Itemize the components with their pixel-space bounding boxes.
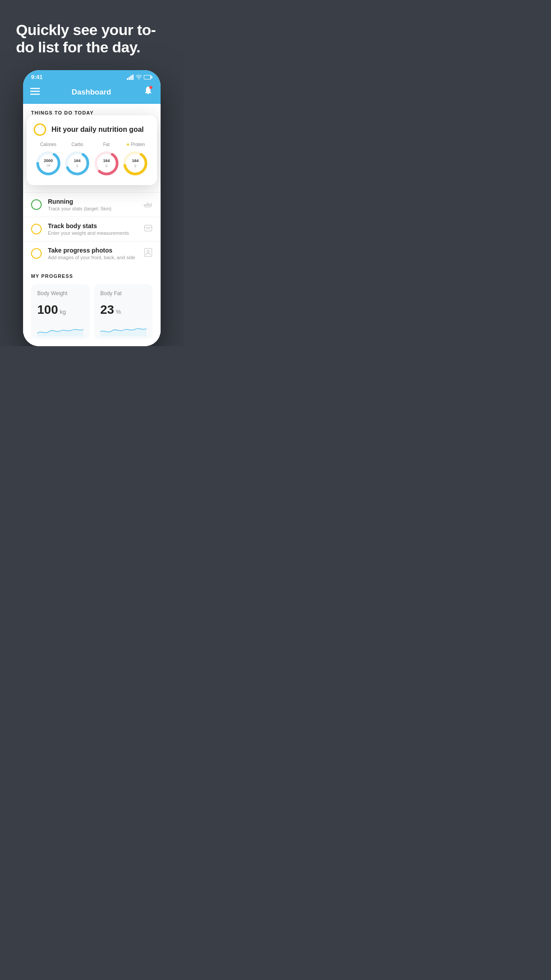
photos-check-circle[interactable] bbox=[31, 248, 42, 259]
scale-icon bbox=[144, 224, 153, 235]
person-svg bbox=[144, 248, 153, 257]
todo-item-running[interactable]: Running Track your stats (target: 5km) bbox=[23, 192, 161, 217]
svg-rect-2 bbox=[130, 75, 132, 80]
phone-mockup: 9:41 bbox=[23, 70, 161, 346]
svg-rect-6 bbox=[152, 76, 153, 78]
svg-text:g: g bbox=[106, 164, 107, 167]
carbs-circle-item: Carbs 164 g bbox=[63, 142, 91, 177]
todo-list: Running Track your stats (target: 5km) T… bbox=[23, 192, 161, 265]
shoe-icon bbox=[143, 200, 153, 208]
svg-rect-7 bbox=[144, 75, 150, 79]
person-icon bbox=[144, 248, 153, 260]
signal-icon bbox=[127, 75, 134, 80]
menu-icon[interactable] bbox=[30, 87, 40, 97]
body-stats-subtitle: Enter your weight and measurements bbox=[48, 230, 138, 236]
battery-icon bbox=[144, 75, 153, 80]
todo-item-body-stats[interactable]: Track body stats Enter your weight and m… bbox=[23, 217, 161, 241]
status-icons bbox=[127, 75, 153, 80]
body-weight-label: Body Weight bbox=[37, 290, 83, 296]
protein-star-icon: ★ bbox=[126, 142, 130, 147]
notification-icon[interactable] bbox=[143, 86, 153, 99]
running-text: Running Track your stats (target: 5km) bbox=[48, 198, 137, 211]
calories-donut: 2000 cal bbox=[35, 150, 62, 177]
svg-rect-1 bbox=[129, 77, 130, 80]
body-fat-card: Body Fat 23 % bbox=[94, 284, 153, 339]
svg-point-4 bbox=[138, 79, 139, 79]
fat-circle-item: Fat 164 g bbox=[93, 142, 120, 177]
svg-rect-8 bbox=[30, 88, 40, 89]
body-fat-wave bbox=[100, 321, 146, 337]
svg-text:cal: cal bbox=[46, 164, 50, 167]
progress-header: MY PROGRESS bbox=[31, 273, 153, 279]
nutrition-check-circle[interactable] bbox=[34, 123, 46, 136]
progress-cards: Body Weight 100 kg Body Fat 23 % bbox=[31, 284, 153, 346]
body-weight-card: Body Weight 100 kg bbox=[31, 284, 90, 339]
running-check-circle[interactable] bbox=[31, 199, 42, 210]
navbar-title: Dashboard bbox=[72, 88, 111, 97]
fat-donut: 164 g bbox=[93, 150, 120, 177]
body-stats-text: Track body stats Enter your weight and m… bbox=[48, 222, 138, 236]
photos-title: Take progress photos bbox=[48, 247, 138, 254]
nutrition-title: Hit your daily nutrition goal bbox=[51, 126, 144, 134]
hamburger-svg bbox=[30, 88, 40, 95]
body-stats-check-circle[interactable] bbox=[31, 224, 42, 234]
progress-section: MY PROGRESS Body Weight 100 kg B bbox=[23, 265, 161, 346]
navbar: Dashboard bbox=[23, 82, 161, 104]
svg-rect-3 bbox=[132, 75, 134, 80]
carbs-label: Carbs bbox=[71, 142, 83, 147]
nutrition-card-header: Hit your daily nutrition goal bbox=[34, 123, 150, 136]
protein-label: ★ Protein bbox=[126, 142, 145, 147]
body-weight-wave bbox=[37, 321, 83, 337]
svg-text:164: 164 bbox=[103, 158, 110, 163]
calories-label: Calories bbox=[40, 142, 56, 147]
running-subtitle: Track your stats (target: 5km) bbox=[48, 206, 137, 211]
svg-rect-0 bbox=[127, 78, 128, 80]
body-fat-value: 23 % bbox=[100, 303, 146, 317]
body-weight-unit: kg bbox=[60, 308, 66, 315]
protein-donut: 164 g bbox=[122, 150, 149, 177]
svg-point-11 bbox=[149, 86, 152, 89]
bell-svg bbox=[143, 86, 153, 96]
body-fat-unit: % bbox=[116, 308, 121, 315]
body-fat-label: Body Fat bbox=[100, 290, 146, 296]
svg-text:g: g bbox=[134, 164, 136, 167]
wifi-icon bbox=[136, 75, 142, 79]
hero-title: Quickly see your to-do list for the day. bbox=[16, 21, 168, 56]
svg-rect-10 bbox=[30, 94, 40, 95]
photos-text: Take progress photos Add images of your … bbox=[48, 247, 138, 260]
fat-label: Fat bbox=[103, 142, 110, 147]
running-title: Running bbox=[48, 198, 137, 205]
svg-text:164: 164 bbox=[132, 158, 139, 163]
protein-circle-item: ★ Protein 164 g bbox=[122, 142, 149, 177]
body-weight-value: 100 kg bbox=[37, 303, 83, 317]
body-stats-title: Track body stats bbox=[48, 222, 138, 229]
status-bar: 9:41 bbox=[23, 70, 161, 82]
carbs-donut: 164 g bbox=[63, 150, 91, 177]
svg-point-32 bbox=[147, 250, 150, 253]
hero-section: Quickly see your to-do list for the day. bbox=[0, 0, 184, 70]
photos-subtitle: Add images of your front, back, and side bbox=[48, 255, 138, 260]
svg-rect-9 bbox=[30, 91, 40, 92]
calories-circle-item: Calories 2000 cal bbox=[35, 142, 62, 177]
svg-rect-28 bbox=[145, 225, 152, 231]
main-content: THINGS TO DO TODAY Hit your daily nutrit… bbox=[23, 104, 161, 346]
status-time: 9:41 bbox=[31, 74, 43, 80]
scale-svg bbox=[144, 224, 153, 233]
svg-text:g: g bbox=[76, 164, 78, 167]
svg-text:2000: 2000 bbox=[44, 158, 53, 163]
running-icon bbox=[143, 200, 153, 210]
nutrition-card: Hit your daily nutrition goal Calories 2… bbox=[27, 115, 157, 185]
nutrition-circles: Calories 2000 cal Carbs 164 g bbox=[34, 142, 150, 177]
svg-text:164: 164 bbox=[74, 158, 81, 163]
todo-item-photos[interactable]: Take progress photos Add images of your … bbox=[23, 241, 161, 265]
